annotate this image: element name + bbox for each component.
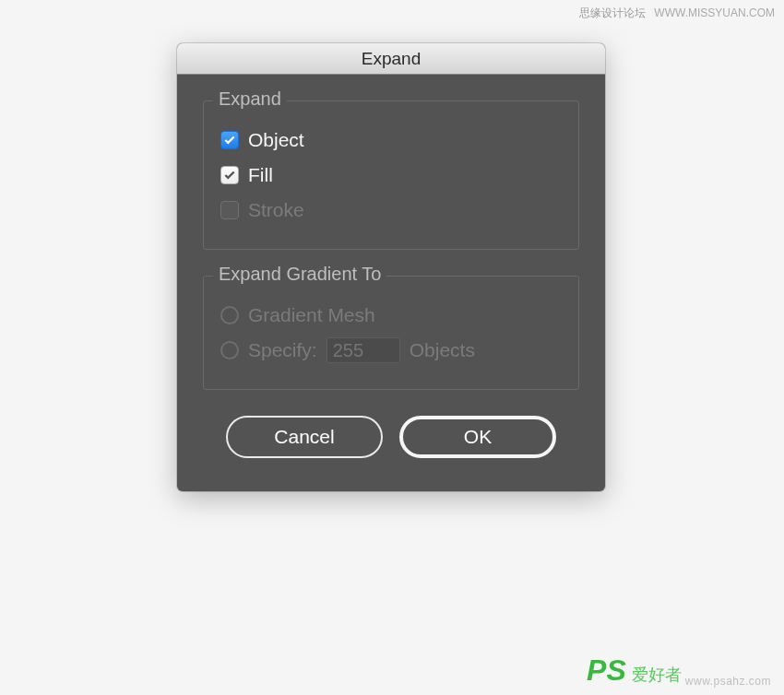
cancel-label: Cancel: [274, 426, 334, 448]
gradient-legend: Expand Gradient To: [213, 264, 386, 285]
object-row: Object: [220, 127, 562, 153]
stroke-row: Stroke: [220, 197, 562, 223]
watermark-ps: PS: [587, 654, 626, 688]
object-checkbox[interactable]: [220, 131, 239, 149]
watermark-bottom: PS 爱好者 www.psahz.com: [587, 654, 771, 688]
watermark-top-cn: 思缘设计论坛: [579, 6, 646, 19]
specify-row: Specify: 255 Objects: [220, 337, 562, 363]
gradient-group: Expand Gradient To Gradient Mesh Specify…: [203, 276, 579, 390]
watermark-top: 思缘设计论坛 WWW.MISSYUAN.COM: [579, 6, 775, 21]
watermark-top-url: WWW.MISSYUAN.COM: [654, 6, 775, 19]
stroke-label: Stroke: [248, 199, 304, 221]
stroke-checkbox: [220, 201, 239, 219]
specify-suffix: Objects: [410, 339, 475, 361]
cancel-button[interactable]: Cancel: [226, 416, 383, 458]
checkmark-icon: [223, 134, 236, 147]
dialog-body: Expand Object Fill Stroke Expand Gradien…: [177, 75, 605, 491]
specify-input: 255: [327, 337, 400, 363]
expand-dialog: Expand Expand Object Fill Stroke: [177, 43, 605, 491]
fill-row: Fill: [220, 162, 562, 188]
expand-group: Expand Object Fill Stroke: [203, 100, 579, 250]
object-label: Object: [248, 129, 304, 151]
expand-legend: Expand: [213, 88, 287, 110]
specify-radio: [220, 341, 239, 359]
fill-label: Fill: [248, 164, 273, 186]
mesh-radio: [220, 306, 239, 324]
fill-checkbox[interactable]: [220, 166, 239, 184]
dialog-title: Expand: [362, 49, 421, 69]
ok-button[interactable]: OK: [399, 416, 556, 458]
mesh-label: Gradient Mesh: [248, 304, 375, 326]
checkmark-icon: [223, 169, 236, 182]
mesh-row: Gradient Mesh: [220, 302, 562, 328]
ok-label: OK: [464, 426, 492, 448]
specify-label: Specify:: [248, 339, 317, 361]
button-row: Cancel OK: [203, 416, 579, 458]
watermark-url: www.psahz.com: [685, 675, 771, 688]
watermark-cn: 爱好者: [632, 664, 682, 686]
dialog-titlebar: Expand: [177, 43, 605, 75]
